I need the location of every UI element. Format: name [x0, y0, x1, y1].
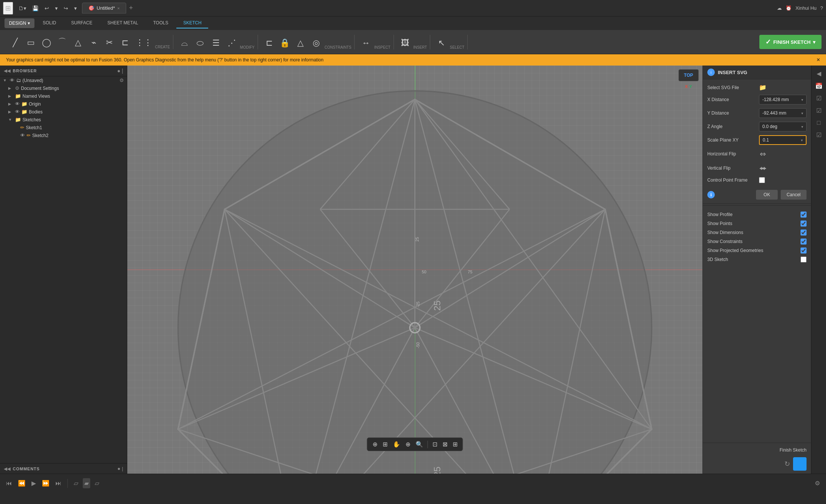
show-constraints-checkbox[interactable] [801, 239, 807, 245]
save-btn[interactable]: 💾 [30, 4, 41, 13]
comments-expand-btn[interactable]: | [122, 466, 123, 471]
control-point-frame-checkbox[interactable] [759, 177, 765, 183]
eye-icon-origin[interactable]: 👁 [15, 101, 20, 107]
constraints-label[interactable]: CONSTRAINTS [325, 35, 352, 49]
tab-close-btn[interactable]: × [117, 6, 119, 10]
sidebar-settings-btn[interactable]: ● [117, 68, 120, 74]
spline-tool-btn[interactable]: ⌁ [86, 36, 101, 49]
tab-surface[interactable]: SURFACE [64, 18, 99, 28]
canvas-area[interactable]: 25 50 75 -50 -25 50 75 25 -25 -50 ⊕ ⊞ ✋ … [127, 66, 702, 474]
fillet-tool-btn[interactable]: ⌓ [177, 37, 192, 49]
rectangle-tool-btn[interactable]: ▭ [23, 36, 38, 49]
scale-plane-xy-input[interactable]: 0.1 ▾ [759, 135, 807, 145]
canvas-grid-btn[interactable]: ⊞ [380, 439, 390, 449]
finish-sketch-toolbar-btn[interactable]: ✓ FINISH SKETCH ▾ [759, 35, 822, 49]
collapse-sidebar-icon[interactable]: ◀◀ [4, 68, 10, 73]
collapse-comments-icon[interactable]: ◀◀ [4, 466, 10, 471]
next-frame-btn[interactable]: ⏩ [40, 478, 51, 488]
select-label[interactable]: SELECT [450, 35, 464, 49]
lock-btn[interactable]: 🔒 [277, 37, 292, 49]
cancel-btn[interactable]: Cancel [781, 190, 807, 200]
prev-frame-btn[interactable]: ⏪ [16, 478, 27, 488]
triangle-constraint-btn[interactable]: △ [293, 37, 308, 49]
frame-rect2-btn[interactable]: ▰ [83, 478, 90, 488]
tab-sheet-metal[interactable]: SHEET METAL [101, 18, 145, 28]
tab-sketch[interactable]: SKETCH [176, 18, 208, 28]
comments-settings-btn[interactable]: ● [117, 466, 120, 471]
far-right-check3-btn[interactable]: ☑ [815, 130, 823, 140]
play-btn[interactable]: ▶ [30, 478, 37, 488]
redo-btn[interactable]: ↪ [61, 4, 70, 13]
y-distance-input[interactable]: -92.443 mm ▾ [759, 108, 807, 118]
sketch-3d-checkbox[interactable] [801, 256, 807, 262]
insert-image-btn[interactable]: 🖼 [398, 37, 413, 49]
skip-end-btn[interactable]: ⏭ [54, 479, 63, 488]
modify-label[interactable]: MODIFY [240, 35, 255, 49]
settings-gear-btn[interactable]: ⚙ [813, 478, 822, 488]
show-points-checkbox[interactable] [801, 221, 807, 227]
mirror-tool-btn[interactable]: ☰ [209, 37, 224, 49]
pattern-tool-btn[interactable]: ⋮⋮ [133, 36, 154, 49]
finish-sketch-panel-btn[interactable]: Finish Sketch [707, 446, 807, 454]
select-btn[interactable]: ↖ [434, 37, 449, 49]
arc-tool-btn[interactable]: ⌒ [55, 35, 70, 49]
canvas-grid2-btn[interactable]: ⊠ [440, 439, 450, 449]
far-right-check2-btn[interactable]: ☑ [815, 106, 823, 116]
new-tab-btn[interactable]: + [126, 4, 136, 12]
canvas-grid3-btn[interactable]: ⊞ [450, 439, 460, 449]
eye-icon-bodies[interactable]: 👁 [15, 109, 20, 115]
tab-tools[interactable]: TOOLS [146, 18, 175, 28]
x-distance-input[interactable]: -128.428 mm ▾ [759, 95, 807, 104]
show-projected-geometries-checkbox[interactable] [801, 248, 807, 253]
inspect-label[interactable]: INSPECT [374, 35, 390, 49]
canvas-pan-btn[interactable]: ✋ [391, 439, 403, 449]
tree-item-sketch2[interactable]: ▶ 👁 ✏ Sketch2 [0, 131, 127, 139]
coincident-btn[interactable]: ⊏ [262, 37, 277, 49]
eye-icon-sketch2[interactable]: 👁 [20, 133, 25, 138]
tree-item-document-settings[interactable]: ▶ ⚙ Document Settings [0, 84, 127, 92]
tree-item-origin[interactable]: ▶ 👁 📁 Origin [0, 100, 127, 108]
insert-label[interactable]: INSERT [413, 35, 427, 49]
rotate-icon-btn[interactable]: ↻ [784, 460, 790, 468]
frame-rect1-btn[interactable]: ▱ [72, 478, 80, 488]
canvas-snap-btn[interactable]: ⊕ [370, 439, 380, 449]
far-right-square-btn[interactable]: □ [816, 118, 822, 128]
design-btn[interactable]: DESIGN ▾ [4, 18, 34, 28]
ellipse-tool-btn[interactable]: ⬭ [193, 37, 208, 49]
undo-dropdown-btn[interactable]: ▾ [53, 4, 60, 13]
ok-btn[interactable]: OK [756, 190, 777, 200]
canvas-display-btn[interactable]: ⊡ [430, 439, 440, 449]
far-right-arrow-btn[interactable]: ◀ [815, 69, 823, 79]
tree-item-named-views[interactable]: ▶ 📁 Named Views [0, 92, 127, 100]
tree-item-unsaved[interactable]: ▼ 👁 🗂 (Unsaved) ⚙ [0, 76, 127, 84]
create-label[interactable]: CREATE [155, 45, 170, 49]
polygon-tool-btn[interactable]: △ [70, 36, 85, 49]
tree-item-bodies[interactable]: ▶ 👁 📁 Bodies [0, 108, 127, 116]
scale-tool-btn[interactable]: ⋰ [224, 37, 239, 49]
top-view-label[interactable]: TOP [678, 69, 699, 81]
show-profile-checkbox[interactable] [801, 212, 807, 218]
help-icon[interactable]: ? [820, 5, 823, 11]
vertical-flip-btn[interactable]: ⇔ [759, 163, 767, 173]
tree-item-sketches[interactable]: ▼ 📁 Sketches [0, 116, 127, 124]
trim-tool-btn[interactable]: ✂ [102, 36, 117, 49]
far-right-calendar-btn[interactable]: 📅 [814, 81, 824, 91]
measure-btn[interactable]: ↔ [358, 37, 373, 49]
line-tool-btn[interactable]: ╱ [7, 36, 22, 49]
show-dimensions-checkbox[interactable] [801, 230, 807, 236]
eye-icon-unsaved[interactable]: 👁 [10, 78, 15, 83]
offset-tool-btn[interactable]: ⊏ [118, 36, 133, 49]
far-right-check1-btn[interactable]: ☑ [815, 93, 823, 103]
new-file-btn[interactable]: 🗋▾ [16, 4, 28, 13]
active-tab[interactable]: 🎯 Untitled* × [82, 3, 126, 13]
horizontal-flip-btn[interactable]: ⇔ [759, 149, 767, 159]
redo-dropdown-btn[interactable]: ▾ [72, 4, 79, 13]
tab-solid[interactable]: SOLID [36, 18, 63, 28]
canvas-orbit-btn[interactable]: ⊕ [403, 439, 413, 449]
app-menu-icon[interactable]: ⊞ [3, 2, 13, 15]
canvas-zoom-btn[interactable]: 🔍 [413, 439, 425, 449]
circle-tool-btn[interactable]: ◯ [39, 36, 54, 49]
frame-rect3-btn[interactable]: ▱ [93, 478, 101, 488]
circle-constraint-btn[interactable]: ◎ [309, 37, 324, 49]
warning-close-btn[interactable]: × [817, 57, 820, 63]
